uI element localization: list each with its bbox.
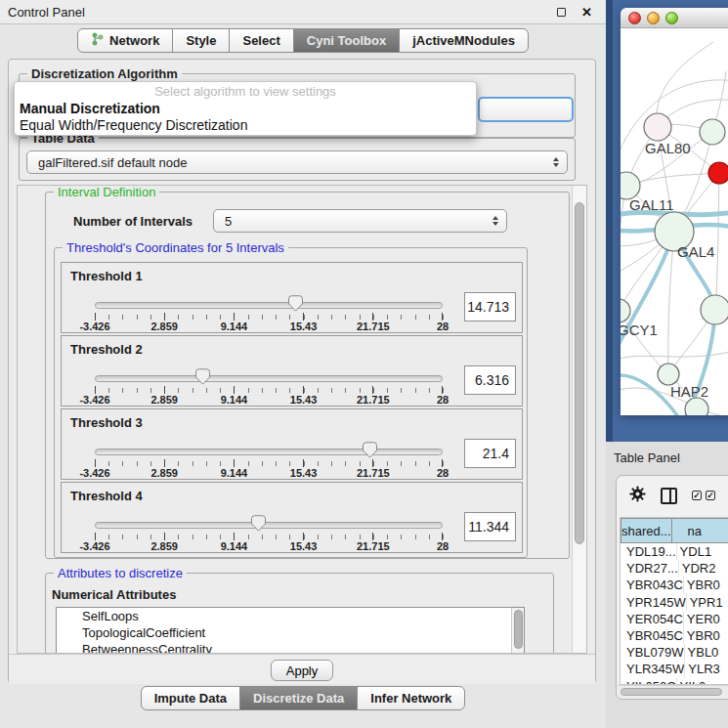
tab-impute-data[interactable]: Impute Data [141, 686, 240, 710]
float-window-icon[interactable] [557, 8, 566, 17]
cell-name[interactable]: YER0 [683, 611, 728, 627]
slider-track[interactable] [95, 375, 443, 382]
slider-ticks [95, 461, 444, 466]
cell-name[interactable]: YBR0 [683, 627, 728, 644]
list-item[interactable]: SelfLoops [57, 608, 524, 624]
cell-shared-name[interactable]: YPR145W [621, 595, 686, 610]
threshold-1-value-field[interactable]: 14.713 [464, 292, 516, 321]
table-row[interactable]: YBL079W YBL0 [621, 644, 728, 661]
table-data-combo[interactable]: galFiltered.sif default node [26, 150, 568, 174]
cell-name[interactable]: YPR1 [686, 594, 728, 611]
list-item[interactable]: TopologicalCoefficient [57, 624, 524, 641]
cell-shared-name[interactable]: YER054C [621, 612, 683, 626]
node-gal80[interactable] [644, 113, 671, 141]
tick-label: 9.144 [212, 540, 255, 552]
threshold-1-slider[interactable]: -3.426 2.859 9.144 15.43 21.715 28 [95, 263, 443, 334]
table-row[interactable]: YLR345W YLR3 [621, 661, 728, 677]
slider-thumb[interactable] [195, 368, 210, 385]
slider-thumb[interactable] [288, 295, 303, 312]
node-gcy1[interactable] [621, 299, 630, 322]
close-traffic-light-icon[interactable] [628, 12, 641, 24]
column-header-name[interactable]: na [671, 518, 728, 543]
minimize-traffic-light-icon[interactable] [647, 12, 660, 24]
threshold-3-slider[interactable]: -3.426 2.859 9.144 15.43 21.715 28 [95, 409, 443, 481]
column-header-shared-name[interactable]: shared... [621, 518, 672, 543]
table-row[interactable]: YPR145W YPR1 [621, 594, 728, 611]
node-hap2[interactable] [658, 364, 679, 385]
tab-label: Select [242, 33, 279, 48]
algorithm-option-manual[interactable]: Manual Discretization [19, 101, 472, 117]
columns-icon[interactable] [661, 488, 677, 504]
cell-name[interactable]: YLR3 [684, 661, 728, 677]
tab-label: Infer Network [370, 691, 451, 706]
threshold-4-value-field[interactable]: 11.344 [464, 512, 516, 541]
slider-thumb[interactable] [363, 442, 377, 458]
tab-label: Cyni Toolbox [307, 33, 386, 48]
threshold-2-slider[interactable]: -3.426 2.859 9.144 15.43 21.715 28 [95, 336, 443, 407]
table-row[interactable]: YER054C YER0 [621, 611, 728, 627]
tab-discretize-data[interactable]: Discretize Data [239, 686, 358, 710]
threshold-3-value-field[interactable]: 21.4 [464, 439, 516, 468]
table-row[interactable]: YDL19... YDL1 [621, 543, 728, 560]
gear-icon[interactable] [629, 486, 646, 506]
node-red-selected[interactable] [708, 162, 728, 184]
settings-scrollbar[interactable] [572, 186, 586, 653]
cell-name[interactable]: YBR0 [683, 577, 728, 593]
table-horizontal-scrollbar[interactable] [618, 685, 728, 698]
cell-name[interactable]: YDL1 [676, 543, 728, 560]
tab-jactivemnodules[interactable]: jActiveMNodules [399, 28, 529, 53]
table-horizontal-scrollbar-thumb[interactable] [621, 688, 722, 696]
network-nodes[interactable] [621, 113, 728, 415]
slider-thumb[interactable] [251, 515, 266, 532]
settings-scrollbar-thumb[interactable] [575, 202, 584, 544]
cell-shared-name[interactable]: YBR045C [621, 628, 683, 643]
tab-select[interactable]: Select [229, 28, 293, 53]
threshold-2-value-field[interactable]: 6.316 [464, 365, 516, 395]
network-canvas[interactable]: GAL80 G C GAL11 GAL4 GCY1 H HAP2 [621, 28, 728, 415]
tick-label: 15.43 [282, 467, 325, 479]
cell-name[interactable]: YBL0 [684, 644, 728, 661]
list-scrollbar-thumb[interactable] [514, 610, 523, 649]
tab-style[interactable]: Style [172, 28, 230, 53]
slider-track[interactable] [95, 449, 443, 455]
slider-ticks [95, 315, 444, 320]
table-row[interactable]: YDR27... YDR2 [621, 560, 728, 577]
cell-name[interactable]: YIL0 [676, 678, 728, 686]
zoom-traffic-light-icon[interactable] [665, 12, 678, 24]
node-g[interactable] [700, 119, 725, 145]
slider-track[interactable] [95, 522, 443, 529]
table-row[interactable]: YBR045C YBR0 [621, 627, 728, 644]
network-window-titlebar[interactable] [621, 8, 728, 28]
tab-infer-network[interactable]: Infer Network [357, 686, 465, 710]
cell-shared-name[interactable]: YBR043C [621, 578, 683, 592]
checkbox-icon[interactable]: ✓ [706, 491, 715, 500]
control-panel-tabbar: Network Style Select Cyni Toolbox jActiv… [0, 28, 606, 53]
tab-network[interactable]: Network [77, 28, 173, 53]
interval-definition-legend: Interval Definition [54, 185, 159, 199]
close-icon[interactable]: ✕ [581, 5, 592, 20]
table-row[interactable]: YBR043C YBR0 [621, 577, 728, 593]
numerical-attributes-list[interactable]: SelfLoops TopologicalCoefficient Between… [56, 607, 525, 654]
node-gal11[interactable] [621, 172, 640, 199]
cell-name[interactable]: YDR2 [678, 560, 728, 577]
node-partial-bottom[interactable] [685, 398, 708, 415]
cell-shared-name[interactable]: YDL19... [621, 544, 676, 559]
cell-shared-name[interactable]: YBL079W [621, 645, 684, 660]
number-of-intervals-combo[interactable]: 5 [213, 209, 507, 233]
cell-shared-name[interactable]: YDR27... [621, 561, 678, 576]
node-h[interactable] [701, 295, 728, 324]
list-scrollbar[interactable] [511, 608, 524, 654]
table-row[interactable]: YIL052C YIL0 [621, 678, 728, 686]
cyni-toolbox-panel: Discretization Algorithm Select algorith… [8, 59, 596, 684]
algorithm-combo[interactable] [478, 97, 574, 122]
algorithm-option-equal-width[interactable]: Equal Width/Frequency Discretization [19, 117, 472, 134]
cell-shared-name[interactable]: YLR345W [621, 662, 684, 676]
checkbox-icon[interactable]: ✓ [692, 491, 702, 500]
list-item[interactable]: BetweennessCentrality [57, 641, 524, 654]
slider-track[interactable] [95, 302, 443, 309]
tick-label: 9.144 [212, 394, 255, 406]
network-graph-icon [91, 32, 105, 49]
apply-button[interactable]: Apply [271, 660, 333, 681]
threshold-4-slider[interactable]: -3.426 2.859 9.144 15.43 21.715 28 [95, 483, 443, 554]
tab-cyni-toolbox[interactable]: Cyni Toolbox [293, 28, 400, 53]
